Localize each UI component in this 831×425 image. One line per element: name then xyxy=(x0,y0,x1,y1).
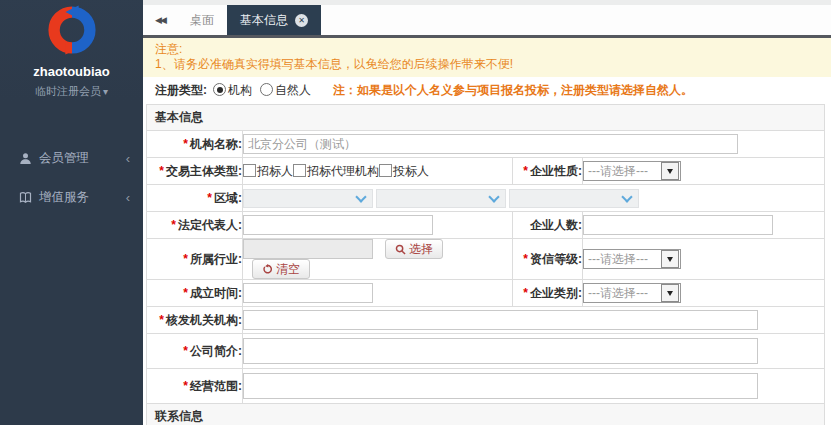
region-select-city[interactable] xyxy=(376,189,506,208)
user-icon xyxy=(19,152,32,165)
tab-basic-info[interactable]: 基本信息 ✕ xyxy=(227,5,321,35)
tab-desktop[interactable]: 桌面 xyxy=(177,5,227,35)
industry-label: *所属行业: xyxy=(147,239,243,280)
business-scope-label: *经营范围: xyxy=(147,369,243,404)
app-logo-icon xyxy=(39,5,105,58)
checkbox-bidder[interactable] xyxy=(379,164,392,177)
username: zhaotoubiao xyxy=(0,64,143,79)
select-arrow-icon xyxy=(661,284,679,302)
select-arrow-icon xyxy=(661,250,679,268)
registration-type-row: 注册类型: 机构 自然人 注：如果是以个人名义参与项目报名投标，注册类型请选择自… xyxy=(143,77,831,104)
checkbox-option-agency[interactable]: 招标代理机构 xyxy=(293,164,379,178)
enterprise-nature-select[interactable]: ---请选择--- xyxy=(583,161,681,181)
chevron-down-icon xyxy=(621,191,632,202)
legal-rep-input[interactable] xyxy=(243,215,433,235)
role-dropdown[interactable]: 临时注册会员▾ xyxy=(0,84,143,99)
main-area: ◀◀ 桌面 基本信息 ✕ 注意: 1、请务必准确真实得填写基本信息，以免给您的后… xyxy=(143,0,831,425)
sidebar-item-label: 会员管理 xyxy=(39,150,89,167)
section-header-basic-info: 基本信息 xyxy=(147,105,825,131)
trade-type-options: 招标人招标代理机构投标人 xyxy=(243,158,513,185)
sidebar: zhaotoubiao 临时注册会员▾ 会员管理 ‹ 增值服务 ‹ xyxy=(0,0,143,425)
checkbox-agency[interactable] xyxy=(293,164,306,177)
enterprise-category-label: *企业类别: xyxy=(513,280,583,307)
org-name-input[interactable] xyxy=(243,134,738,154)
book-icon xyxy=(19,191,32,204)
issuing-authority-input[interactable] xyxy=(243,310,758,330)
region-select-district[interactable] xyxy=(509,189,639,208)
credit-level-label: *资信等级: xyxy=(513,239,583,280)
credit-level-select[interactable]: ---请选择--- xyxy=(583,249,681,269)
radio-option-organization[interactable]: 机构 xyxy=(213,82,252,99)
checkbox-option-bidder[interactable]: 投标人 xyxy=(379,164,429,178)
staff-count-label: 企业人数: xyxy=(513,212,583,239)
chevron-left-icon: ‹ xyxy=(126,193,130,203)
undo-icon xyxy=(262,264,273,275)
sidebar-item-value-added-services[interactable]: 增值服务 ‹ xyxy=(0,178,143,217)
sidebar-collapse-button[interactable]: ◀◀ xyxy=(143,5,177,35)
chevron-down-icon xyxy=(355,191,366,202)
registration-type-label: 注册类型: xyxy=(155,82,207,99)
founded-date-input[interactable] xyxy=(243,283,373,303)
profile-block: zhaotoubiao 临时注册会员▾ xyxy=(0,0,143,113)
chevron-left-icon: ‹ xyxy=(126,154,130,164)
notice-line1: 注意: xyxy=(155,42,821,57)
notice-banner: 注意: 1、请务必准确真实得填写基本信息，以免给您的后续操作带来不便! xyxy=(143,38,831,77)
basic-info-form: 基本信息 *机构名称: *交易主体类型: 招标人招标代理机构投标人 *企业性质:… xyxy=(146,104,825,425)
close-tab-icon[interactable]: ✕ xyxy=(295,14,308,27)
region-selects xyxy=(243,185,825,212)
caret-down-icon: ▾ xyxy=(103,86,108,97)
company-profile-textarea[interactable] xyxy=(243,338,758,364)
section-header-contact-info: 联系信息 xyxy=(147,404,825,425)
checkbox-option-tenderer[interactable]: 招标人 xyxy=(243,164,293,178)
region-label: *区域: xyxy=(147,185,243,212)
industry-clear-button[interactable]: 清空 xyxy=(252,259,310,279)
founded-date-label: *成立时间: xyxy=(147,280,243,307)
sidebar-item-label: 增值服务 xyxy=(39,189,89,206)
business-scope-textarea[interactable] xyxy=(243,373,758,399)
checkbox-tenderer[interactable] xyxy=(243,164,256,177)
org-name-label: *机构名称: xyxy=(147,131,243,158)
tab-bar: ◀◀ 桌面 基本信息 ✕ xyxy=(143,5,831,38)
legal-rep-label: *法定代表人: xyxy=(147,212,243,239)
enterprise-nature-label: *企业性质: xyxy=(513,158,583,185)
notice-line2: 1、请务必准确真实得填写基本信息，以免给您的后续操作带来不便! xyxy=(155,57,821,72)
sidebar-menu: 会员管理 ‹ 增值服务 ‹ xyxy=(0,139,143,217)
staff-count-input[interactable] xyxy=(583,215,773,235)
company-profile-label: *公司简介: xyxy=(147,334,243,369)
select-arrow-icon xyxy=(661,162,679,180)
registration-type-note: 注：如果是以个人名义参与项目报名投标，注册类型请选择自然人。 xyxy=(333,82,693,99)
radio-option-natural-person[interactable]: 自然人 xyxy=(260,82,311,99)
industry-select-button[interactable]: 选择 xyxy=(385,239,443,259)
radio-organization[interactable] xyxy=(213,83,226,96)
sidebar-item-member-management[interactable]: 会员管理 ‹ xyxy=(0,139,143,178)
radio-natural-person[interactable] xyxy=(260,83,273,96)
enterprise-category-select[interactable]: ---请选择--- xyxy=(583,283,681,303)
industry-input xyxy=(243,239,373,259)
search-icon xyxy=(395,244,406,255)
trade-type-label: *交易主体类型: xyxy=(147,158,243,185)
region-select-province[interactable] xyxy=(243,189,373,208)
chevron-down-icon xyxy=(488,191,499,202)
issuing-authority-label: *核发机关机构: xyxy=(147,307,243,334)
